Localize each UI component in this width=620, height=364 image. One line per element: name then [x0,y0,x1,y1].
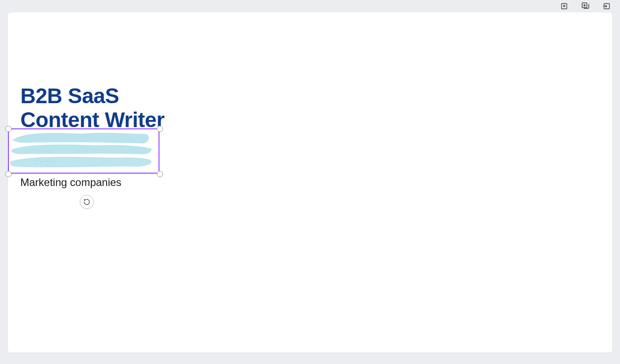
top-toolbar [560,0,611,12]
subheading-text[interactable]: Marketing companies [20,176,121,189]
design-canvas[interactable]: B2B SaaS Content Writer [8,12,612,352]
selection-bounding-box[interactable] [8,128,159,174]
rotate-handle[interactable] [80,195,94,209]
heading-text[interactable]: B2B SaaS Content Writer [20,84,189,132]
resize-handle-bottom-left[interactable] [5,171,12,177]
duplicate-icon[interactable] [581,2,590,11]
resize-handle-top-left[interactable] [5,126,12,132]
resize-handle-top-right[interactable] [157,126,163,132]
popout-icon[interactable] [602,2,611,11]
upload-icon[interactable] [560,2,569,11]
resize-handle-bottom-right[interactable] [157,171,163,177]
